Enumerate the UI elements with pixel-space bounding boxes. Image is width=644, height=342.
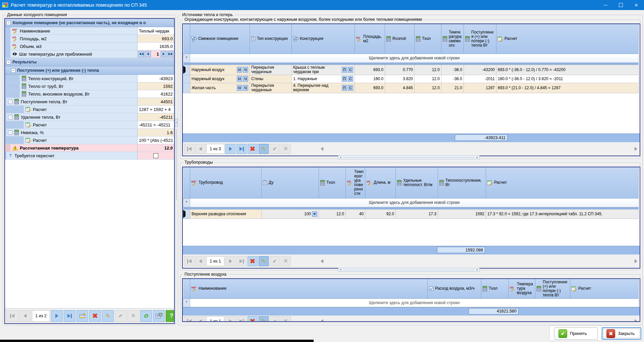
collapse-up-icon[interactable] [476,156,478,159]
part-button[interactable]: Ч [243,67,248,73]
add-row-hint[interactable]: Щелкните здесь для добавления новой стро… [190,198,639,207]
collapse-icon[interactable] [6,21,11,25]
minimize-button[interactable] [598,0,613,10]
close-button[interactable]: ✕ [629,0,644,10]
horizontal-splitter[interactable] [338,268,480,272]
add-row-hint[interactable]: Щелкните здесь для добавления новой стро… [190,54,639,62]
col-construction[interactable]: Конструкция [292,24,355,54]
col-calc[interactable]: Расчет [496,24,639,54]
scroll-right-arrow[interactable] [635,319,637,322]
panel-splitter[interactable] [175,19,178,323]
cell-construction-type[interactable]: Перекрытия чердачные [250,65,292,75]
accept-button[interactable]: Принять [554,327,598,340]
col-surface-temp[interactable]: 100Температура поверхности [346,167,365,198]
category-cold-room[interactable]: Холодное помещение (не рассчитанная част… [5,19,174,27]
dropdown-button[interactable] [312,211,317,217]
nav-next-button[interactable] [51,310,63,322]
pick-button[interactable]: П [342,85,347,91]
category-heat-gain-loss[interactable]: Поступление (+) или удаление (-) тепла [5,66,174,75]
col-heat-gain[interactable]: Теплопоступления, Вт [438,167,486,198]
nav-delete-button[interactable] [248,144,258,154]
maximize-button[interactable] [613,0,629,10]
cell-area[interactable]: 160.0 [355,75,385,83]
property-value-volume[interactable]: 1635.0 [138,43,174,50]
col-area[interactable]: 100Площадь, м2 [355,24,385,54]
spin-first-button[interactable] [138,51,144,57]
nav-last-button[interactable] [236,144,247,154]
add-row-hint[interactable]: Щелкните здесь для добавления новой стро… [190,298,639,307]
part-button[interactable]: Ч [243,85,248,91]
col-specific-heat[interactable]: Удельные теплопост. Вт/м [396,167,438,198]
scroll-left-arrow[interactable] [321,319,323,322]
col-thol[interactable]: Тхол [415,24,441,54]
col-construction-type[interactable]: Тип конструкции [250,24,292,54]
outdoor-button[interactable]: Н [237,76,242,82]
pick-button[interactable]: П [342,76,347,82]
collapse-icon[interactable] [8,100,12,104]
scroll-right-arrow[interactable] [635,147,637,151]
scroll-left-arrow[interactable] [321,259,323,263]
spin-last-button[interactable] [167,51,173,57]
property-value-area[interactable]: 693.0 [138,35,174,42]
col-thol[interactable]: Тхол [319,167,346,198]
col-air-temp[interactable]: 100Температура воздуха [508,279,535,298]
col-rconstr[interactable]: Rconstr [385,24,415,54]
new-row-band[interactable]: * Щелкните здесь для добавления новой ст… [183,198,639,207]
create-button[interactable]: С [348,76,353,82]
col-calc[interactable]: Расчет [486,167,639,198]
col-heat-gain-loss[interactable]: Поступления (+) или потери (-) тепла Вт [464,24,496,54]
col-length[interactable]: 100Длина, м [365,167,396,198]
collapse-icon[interactable] [8,115,12,119]
collapse-icon[interactable] [8,130,12,135]
nav-delete-button[interactable] [89,310,101,322]
cell-area[interactable]: 693.0 [355,65,385,75]
cell-construction-type[interactable]: Перекрытия чердачные [250,83,292,93]
nav-delete-button[interactable] [248,316,258,322]
col-air-flow[interactable]: Расход воздуха, м3/ч [428,279,481,298]
col-du[interactable]: Ду [262,167,319,198]
nav-edit-button[interactable] [259,256,269,266]
new-row-band[interactable]: * Щелкните здесь для добавления новой ст… [183,298,639,307]
create-button[interactable]: С [348,85,353,91]
splitter-grip[interactable] [176,129,177,200]
nav-append-button[interactable] [76,310,88,322]
nav-calc-button[interactable] [153,310,165,322]
col-adjacent-room[interactable]: Смежное помещение [190,24,250,54]
close-button-footer[interactable]: Закрыть [602,327,641,340]
collapse-up-icon[interactable] [340,156,342,159]
part-button[interactable]: Ч [243,76,248,82]
horizontal-splitter[interactable] [338,156,480,159]
pick-button[interactable]: П [342,67,347,73]
cell-surface-temp[interactable]: 40 [346,209,365,219]
collapse-icon[interactable] [11,68,15,73]
col-pipe[interactable]: АБРТрубопровод [190,167,262,198]
nav-edit-button[interactable] [259,316,269,322]
recalc-checkbox[interactable] [153,153,158,158]
temp-step-value[interactable]: 1 [152,52,160,57]
splitter-collapse-button[interactable] [175,119,178,127]
nav-help-button[interactable] [166,310,175,322]
nav-edit-button[interactable] [102,310,114,322]
collapse-up-icon[interactable] [476,269,478,271]
scroll-left-arrow[interactable] [321,147,323,151]
create-button[interactable]: С [348,67,353,73]
nav-next-button[interactable] [225,144,235,154]
nav-last-button[interactable] [64,310,75,322]
nav-refresh-button[interactable] [140,310,152,322]
nav-edit-button[interactable] [259,144,269,154]
col-calc[interactable]: Расчет [570,279,639,298]
nav-delete-button[interactable] [248,256,258,266]
col-name[interactable]: АБРНаименование [190,279,428,298]
col-heat-gain-loss[interactable]: Поступления (+) или потери (-) тепла Вт [535,279,570,298]
cell-length[interactable]: 92.0 [365,209,396,219]
category-results[interactable]: Результаты [5,58,174,66]
cell-pipe-name[interactable]: Верхняя разводка отопления [190,209,262,219]
col-thol[interactable]: Тхол [481,279,508,298]
spin-prev-button[interactable] [145,51,151,57]
cell-area[interactable]: 693.0 [355,83,385,93]
outdoor-button[interactable]: Н [237,67,242,73]
property-value-name[interactable]: Теплый чердак [138,27,174,35]
outdoor-button[interactable]: Н [237,85,242,91]
cell-construction-type[interactable]: Стены [250,75,292,83]
collapse-icon[interactable] [6,60,11,64]
